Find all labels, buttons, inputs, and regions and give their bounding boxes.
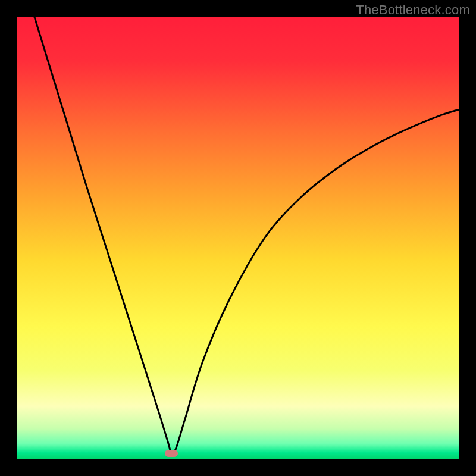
chart-frame: TheBottleneck.com	[0, 0, 476, 476]
watermark-text: TheBottleneck.com	[356, 2, 470, 18]
optimal-point-marker	[165, 450, 178, 457]
plot-area	[17, 17, 459, 459]
bottleneck-curve	[17, 17, 459, 459]
